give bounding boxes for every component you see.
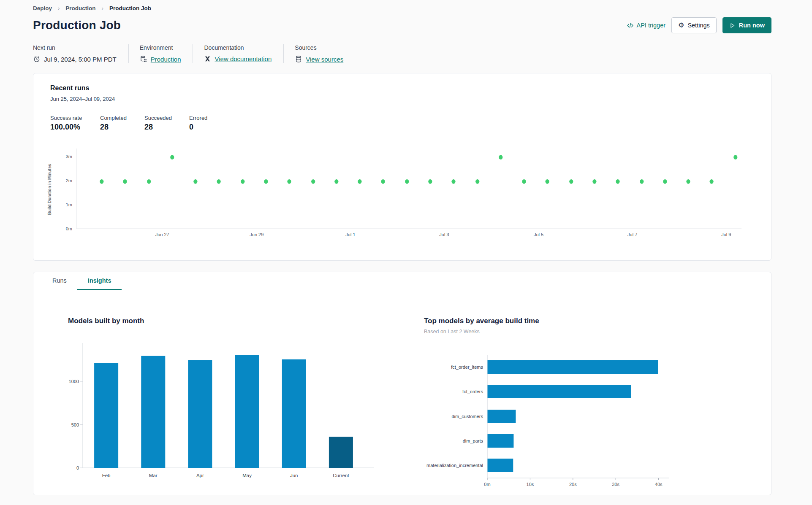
run-duration-point[interactable] [123,179,127,184]
settings-label: Settings [687,22,709,29]
gear-icon: ⚙ [678,22,684,29]
svg-text:dim_parts: dim_parts [463,438,483,443]
view-sources-link[interactable]: View sources [306,56,343,63]
recent-runs-title: Recent runs [50,84,754,92]
run-duration-point[interactable] [170,155,174,159]
stat-errored: Errored 0 [189,115,207,132]
build-duration-chart: 0m1m2m3mJun 27Jun 29Jul 1Jul 3Jul 5Jul 7… [41,146,764,253]
run-duration-point[interactable] [217,179,221,184]
svg-text:3m: 3m [66,154,72,159]
run-duration-point[interactable] [147,179,151,184]
run-now-label: Run now [739,22,765,29]
meta-label: Documentation [204,44,272,51]
meta-label: Environment [140,44,181,51]
svg-text:Jul 7: Jul 7 [627,232,637,237]
environment-icon [140,55,147,63]
run-duration-point[interactable] [334,179,338,184]
svg-text:May: May [242,473,252,478]
meta-environment: Environment Production [140,44,193,63]
job-detail-card: Runs Insights Models built by month Top … [33,272,771,495]
recent-runs-card: Recent runs Jun 25, 2024–Jul 09, 2024 Su… [33,73,771,261]
run-duration-point[interactable] [475,179,479,184]
run-duration-point[interactable] [710,179,714,184]
svg-text:Jun 27: Jun 27 [155,232,169,237]
svg-text:40s: 40s [655,482,663,487]
run-duration-point[interactable] [100,179,103,184]
month-bar-mar [141,356,165,468]
month-bar-current [329,437,353,468]
svg-text:Jul 1: Jul 1 [345,232,355,237]
tab-insights[interactable]: Insights [77,272,122,290]
run-duration-point[interactable] [569,179,573,184]
svg-text:20s: 20s [569,482,577,487]
run-duration-point[interactable] [733,155,737,159]
next-run-value: Jul 9, 2024, 5:00 PM PDT [44,56,117,63]
play-icon [729,22,736,29]
svg-text:500: 500 [71,422,79,427]
run-duration-point[interactable] [311,179,315,184]
breadcrumb-current: Production Job [109,5,151,11]
svg-text:Current: Current [333,473,349,478]
job-meta-row: Next run Jul 9, 2024, 5:00 PM PDT Enviro… [33,44,771,63]
svg-text:0: 0 [76,465,79,470]
svg-text:1000: 1000 [69,379,79,384]
api-trigger-link[interactable]: API trigger [627,22,666,29]
model-bar-materialization_incremental [488,459,513,472]
header-actions: API trigger ⚙ Settings Run now [627,17,771,33]
run-duration-point[interactable] [592,179,596,184]
run-duration-point[interactable] [499,155,502,159]
svg-text:Jun: Jun [290,473,298,478]
svg-text:materialization_incremental: materialization_incremental [426,463,483,468]
settings-button[interactable]: ⚙ Settings [671,17,717,33]
run-duration-point[interactable] [241,179,244,184]
run-duration-point[interactable] [663,179,667,184]
run-duration-point[interactable] [405,179,409,184]
run-duration-point[interactable] [522,179,526,184]
breadcrumb: Deploy › Production › Production Job [33,3,771,11]
svg-text:Feb: Feb [102,473,111,478]
meta-sources: Sources View sources [295,44,355,63]
meta-documentation: Documentation View documentation [204,44,284,63]
month-bar-jun [282,359,306,468]
svg-text:0m: 0m [484,482,490,487]
svg-text:Apr: Apr [196,473,204,478]
svg-text:Jun 29: Jun 29 [250,232,263,237]
breadcrumb-production[interactable]: Production [65,5,95,11]
run-duration-point[interactable] [358,179,361,184]
run-now-button[interactable]: Run now [722,17,771,33]
recent-runs-date-range: Jun 25, 2024–Jul 09, 2024 [50,96,754,102]
svg-text:Mar: Mar [149,473,158,478]
models-built-chart-title: Models built by month [68,317,144,325]
run-duration-point[interactable] [381,179,385,184]
tab-runs[interactable]: Runs [42,272,77,290]
top-models-chart-subtitle: Based on Last 2 Weeks [424,329,480,335]
svg-text:dim_customers: dim_customers [451,414,483,419]
recent-runs-stats: Success rate 100.00% Completed 28 Succee… [50,115,754,132]
breadcrumb-deploy[interactable]: Deploy [33,5,52,11]
run-duration-point[interactable] [264,179,268,184]
run-duration-point[interactable] [616,179,619,184]
month-bar-feb [94,363,118,468]
model-bar-fct_order_items [488,360,658,374]
code-icon [627,22,634,29]
run-duration-point[interactable] [287,179,291,184]
stat-success-rate: Success rate 100.00% [50,115,100,132]
run-duration-point[interactable] [546,179,549,184]
run-duration-point[interactable] [428,179,432,184]
environment-link[interactable]: Production [151,56,181,63]
svg-text:fct_order_items: fct_order_items [451,365,483,370]
api-trigger-label: API trigger [637,22,666,29]
chevron-right-icon: › [102,5,103,11]
run-duration-point[interactable] [193,179,197,184]
top-models-chart: 0m10s20s30s40sfct_order_itemsfct_ordersd… [418,348,697,494]
svg-text:Jul 5: Jul 5 [534,232,543,237]
svg-text:Jul 9: Jul 9 [721,232,731,237]
svg-text:fct_orders: fct_orders [462,389,483,394]
svg-text:Jul 3: Jul 3 [439,232,449,237]
model-bar-dim_customers [488,410,516,423]
run-duration-point[interactable] [686,179,690,184]
view-documentation-link[interactable]: View documentation [215,55,272,62]
chevron-right-icon: › [58,5,60,11]
run-duration-point[interactable] [451,179,455,184]
run-duration-point[interactable] [640,179,644,184]
